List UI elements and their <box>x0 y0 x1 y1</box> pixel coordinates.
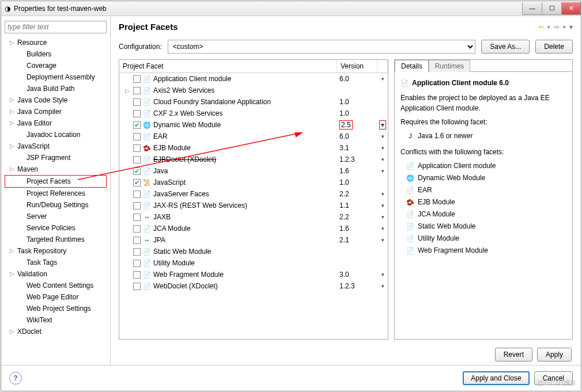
facet-row[interactable]: ↔JAXB2.2▾ <box>119 211 388 223</box>
version-dropdown[interactable]: ▾ <box>377 203 388 208</box>
tree-item[interactable]: Web Page Editor <box>5 291 107 303</box>
tree-item[interactable]: ▷Java Code Style <box>5 94 107 106</box>
tree-item[interactable]: ▷Maven <box>5 163 107 175</box>
facet-row[interactable]: ▷📄Axis2 Web Services <box>119 85 388 96</box>
facet-row[interactable]: ↔JPA2.1▾ <box>119 234 388 246</box>
facet-checkbox[interactable] <box>133 87 141 94</box>
revert-button[interactable]: Revert <box>495 348 532 361</box>
facet-row[interactable]: 🌐Dynamic Web Module2.5▾ <box>119 119 388 131</box>
apply-close-button[interactable]: Apply and Close <box>463 371 529 385</box>
facet-row[interactable]: 📄Cloud Foundry Standalone Application1.0 <box>119 96 388 108</box>
tree-item[interactable]: ▷Task Repository <box>5 245 107 257</box>
facet-checkbox[interactable] <box>133 98 141 106</box>
version-dropdown[interactable]: ▾ <box>377 272 388 277</box>
tree-item[interactable]: JSP Fragment <box>5 152 107 163</box>
tree-item[interactable]: Service Policies <box>5 222 107 234</box>
tree-item[interactable]: Javadoc Location <box>5 129 107 140</box>
tree-item[interactable]: Task Tags <box>5 257 107 268</box>
menu-icon[interactable]: ▾ <box>569 23 573 31</box>
facet-row[interactable]: 📄Java1.6▾ <box>119 165 388 177</box>
facet-checkbox[interactable] <box>133 202 141 210</box>
tree-item[interactable]: Web Content Settings <box>5 280 107 291</box>
version-dropdown[interactable]: ▾ <box>377 237 388 243</box>
facet-checkbox[interactable] <box>133 237 141 244</box>
facet-version: 2.2 <box>337 190 377 198</box>
version-dropdown[interactable]: ▾ <box>377 134 388 139</box>
filter-input[interactable] <box>5 21 107 33</box>
version-dropdown[interactable]: ▾ <box>377 226 388 231</box>
facet-checkbox[interactable] <box>133 271 141 279</box>
tree-item[interactable]: WikiText <box>5 314 107 326</box>
tree-item[interactable]: Targeted Runtimes <box>5 234 107 245</box>
facet-checkbox[interactable] <box>133 248 141 256</box>
facet-row[interactable]: 📜JavaScript1.0 <box>119 177 388 188</box>
version-dropdown[interactable]: ▾ <box>377 157 388 162</box>
col-facet[interactable]: Project Facet <box>119 60 337 73</box>
item-icon: 📄 <box>406 162 414 170</box>
version-dropdown[interactable]: ▾ <box>377 76 388 82</box>
facet-row[interactable]: 📄CXF 2.x Web Services1.0 <box>119 108 388 119</box>
version-dropdown[interactable]: ▾ <box>377 145 388 151</box>
tree-item[interactable]: ▷XDoclet <box>5 326 107 337</box>
tree-item[interactable]: Builders <box>5 48 107 60</box>
facet-row[interactable]: 📄JAX-RS (REST Web Services)1.1▾ <box>119 200 388 211</box>
forward-icon[interactable]: ⇨ <box>554 23 560 31</box>
facet-checkbox[interactable] <box>133 179 141 187</box>
facet-row[interactable]: 📄Application Client module6.0▾ <box>119 73 388 85</box>
tree-item[interactable]: ▷Resource <box>5 37 107 48</box>
back-icon[interactable]: ⇦ <box>538 23 544 31</box>
maximize-button[interactable]: ☐ <box>542 2 561 15</box>
facet-checkbox[interactable] <box>133 156 141 163</box>
tree-item[interactable]: Deployment Assembly <box>5 71 107 83</box>
facet-checkbox[interactable] <box>133 121 141 129</box>
facet-checkbox[interactable] <box>133 144 141 152</box>
tree-item[interactable]: Run/Debug Settings <box>5 199 107 211</box>
facet-version: 2.1 <box>337 236 377 244</box>
tree-item[interactable]: Project Facets <box>5 175 107 188</box>
facet-row[interactable]: 📄Web Fragment Module3.0▾ <box>119 269 388 280</box>
facet-row[interactable]: 📄WebDoclet (XDoclet)1.2.3▾ <box>119 280 388 292</box>
tree-label: Java Build Path <box>27 83 74 94</box>
facet-checkbox[interactable] <box>133 283 141 290</box>
delete-button[interactable]: Delete <box>535 40 573 54</box>
facet-row[interactable]: 📄JavaServer Faces2.2▾ <box>119 188 388 200</box>
help-button[interactable]: ? <box>9 372 22 385</box>
tree-item[interactable]: ▷Java Editor <box>5 117 107 129</box>
facet-row[interactable]: 📄EAR6.0▾ <box>119 131 388 142</box>
facet-row[interactable]: 📄JCA Module1.6▾ <box>119 223 388 234</box>
facet-row[interactable]: 📄Static Web Module <box>119 246 388 257</box>
col-version[interactable]: Version <box>337 60 377 73</box>
facet-checkbox[interactable] <box>133 168 141 175</box>
facet-checkbox[interactable] <box>133 260 141 267</box>
tab-details[interactable]: Details <box>395 60 429 72</box>
version-dropdown[interactable]: ▾ <box>377 191 388 197</box>
facet-checkbox[interactable] <box>133 133 141 140</box>
tree-item[interactable]: Web Project Settings <box>5 303 107 314</box>
version-dropdown[interactable]: ▾ <box>377 121 388 129</box>
version-dropdown[interactable]: ▾ <box>377 214 388 220</box>
facet-checkbox[interactable] <box>133 214 141 221</box>
minimize-button[interactable]: — <box>522 2 542 15</box>
tree-item[interactable]: Project References <box>5 188 107 199</box>
facet-checkbox[interactable] <box>133 75 141 83</box>
config-select[interactable]: <custom> <box>168 40 476 54</box>
apply-button[interactable]: Apply <box>537 348 572 361</box>
facet-checkbox[interactable] <box>133 225 141 233</box>
facet-checkbox[interactable] <box>133 191 141 198</box>
facet-row[interactable]: 📄Utility Module <box>119 257 388 269</box>
tab-runtimes[interactable]: Runtimes <box>429 60 471 72</box>
facet-checkbox[interactable] <box>133 110 141 117</box>
facet-row[interactable]: 🫘EJB Module3.1▾ <box>119 142 388 154</box>
close-button[interactable]: ✕ <box>561 2 581 15</box>
tree-item[interactable]: ▷JavaScript <box>5 140 107 152</box>
tree-item[interactable]: ▷Validation <box>5 268 107 280</box>
tree-item[interactable]: ▷Java Compiler <box>5 106 107 117</box>
facet-version: 3.1 <box>337 144 377 152</box>
facet-row[interactable]: 📄EJBDoclet (XDoclet)1.2.3▾ <box>119 154 388 165</box>
tree-item[interactable]: Server <box>5 211 107 222</box>
version-dropdown[interactable]: ▾ <box>377 283 388 289</box>
save-as-button[interactable]: Save As... <box>481 40 530 54</box>
tree-item[interactable]: Java Build Path <box>5 83 107 94</box>
version-dropdown[interactable]: ▾ <box>377 168 388 174</box>
tree-item[interactable]: Coverage <box>5 60 107 71</box>
